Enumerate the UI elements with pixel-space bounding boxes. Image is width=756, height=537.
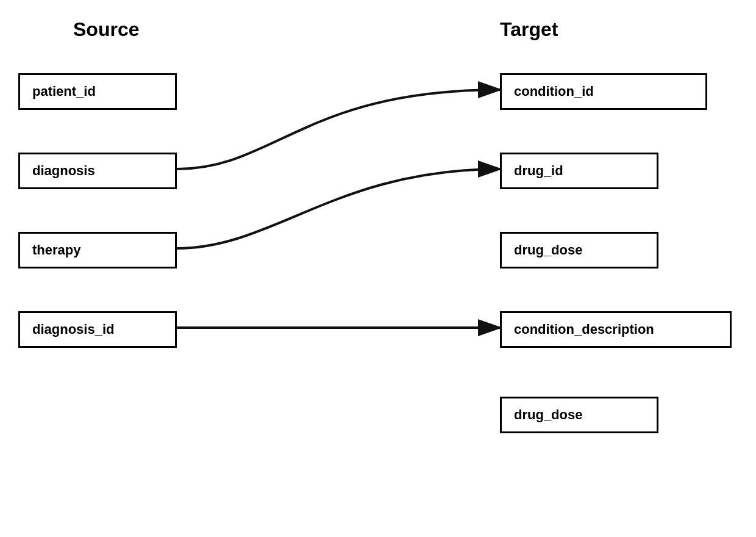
target-field-drug_dose2[interactable]: drug_dose (500, 397, 658, 433)
source-field-diagnosis_id[interactable]: diagnosis_id (18, 311, 177, 348)
source-title: Source (73, 18, 139, 41)
source-field-patient_id[interactable]: patient_id (18, 73, 177, 110)
target-field-drug_dose1[interactable]: drug_dose (500, 232, 658, 268)
source-field-therapy[interactable]: therapy (18, 232, 177, 268)
target-field-drug_id[interactable]: drug_id (500, 153, 658, 189)
target-field-condition_description[interactable]: condition_description (500, 311, 732, 348)
target-field-condition_id[interactable]: condition_id (500, 73, 707, 110)
source-field-diagnosis[interactable]: diagnosis (18, 153, 177, 189)
target-title: Target (500, 18, 558, 41)
arrow-diagnosis-to-condition_id (177, 90, 500, 169)
arrow-therapy-to-drug_id (177, 169, 500, 248)
